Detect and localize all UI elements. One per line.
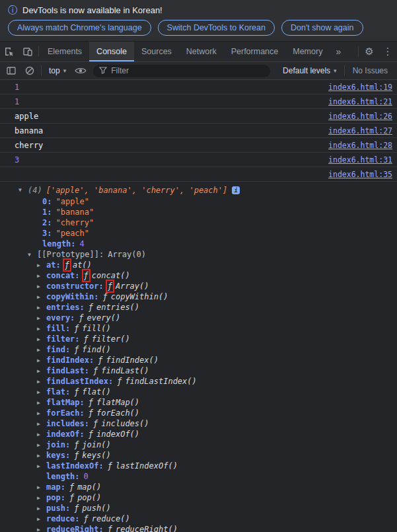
- prototype-property-row[interactable]: ▶ flatMap: ƒ flatMap(): [0, 397, 397, 408]
- log-levels-dropdown[interactable]: Default levels ▾: [278, 66, 342, 75]
- property-key: keys:: [46, 451, 70, 460]
- expand-arrow-icon[interactable]: ▶: [37, 410, 46, 416]
- expand-arrow-icon[interactable]: ▶: [37, 379, 46, 385]
- prototype-property-row[interactable]: ▶ join: ƒ join(): [0, 439, 397, 450]
- panel-tab[interactable]: Sources: [134, 42, 179, 61]
- function-symbol: ƒ: [89, 430, 93, 439]
- array-length-badge: (4): [28, 186, 42, 195]
- prototype-property-row[interactable]: ▶ find: ƒ find(): [0, 344, 397, 355]
- banner-action-button[interactable]: Switch DevTools to Korean: [158, 20, 275, 36]
- panel-tab[interactable]: Elements: [40, 42, 89, 61]
- expand-arrow-icon[interactable]: ▶: [37, 315, 46, 321]
- menu-dots-icon[interactable]: ⋮: [379, 42, 397, 61]
- expand-arrow-icon[interactable]: ▶: [37, 389, 46, 395]
- collapse-arrow-icon[interactable]: ▼: [18, 187, 28, 193]
- panel-tab[interactable]: Network: [179, 42, 224, 61]
- source-location-link[interactable]: index6.html:27: [328, 126, 392, 135]
- function-symbol: ƒ: [89, 303, 93, 312]
- prototype-property-row[interactable]: ▶ forEach: ƒ forEach(): [0, 408, 397, 418]
- property-key: copyWithin:: [46, 292, 98, 301]
- prototype-property-row[interactable]: ▶ push: ƒ push(): [0, 503, 397, 513]
- function-symbol: ƒ: [102, 292, 107, 301]
- array-preview-row[interactable]: ▼ (4) ['apple', 'banana', 'cherry', 'pea…: [0, 184, 397, 196]
- banner-action-button[interactable]: Don't show again: [281, 20, 363, 36]
- filter-input[interactable]: [111, 66, 264, 75]
- expand-arrow-icon[interactable]: ▶: [37, 273, 46, 279]
- prototype-property-row[interactable]: ▶ entries: ƒ entries(): [0, 302, 397, 313]
- prototype-property-row[interactable]: ▶ flat: ƒ flat(): [0, 387, 397, 397]
- function-symbol: ƒ: [108, 525, 112, 532]
- array-item-row: 3: "peach": [0, 228, 397, 239]
- settings-gear-icon[interactable]: ⚙: [360, 42, 379, 61]
- more-tabs-icon[interactable]: »: [330, 42, 347, 61]
- prototype-row[interactable]: ▼ [[Prototype]]: Array(0): [0, 249, 397, 260]
- prototype-property-row[interactable]: length: 0: [0, 471, 397, 482]
- prototype-property-row[interactable]: ▶ reduceRight: ƒ reduceRight(): [0, 524, 397, 532]
- source-location-link[interactable]: index6.html:21: [328, 97, 392, 106]
- panel-tab[interactable]: Performance: [224, 42, 286, 61]
- expand-arrow-icon[interactable]: ▶: [37, 284, 46, 289]
- live-expression-eye-icon[interactable]: [72, 63, 89, 78]
- expand-arrow-icon[interactable]: ▶: [37, 336, 46, 342]
- source-location-link[interactable]: index6.html:26: [328, 112, 392, 121]
- function-signature: includes(): [101, 419, 149, 428]
- expand-arrow-icon[interactable]: ▶: [37, 347, 46, 353]
- clear-console-icon[interactable]: [21, 63, 38, 78]
- expand-arrow-icon[interactable]: ▶: [37, 326, 46, 332]
- expand-arrow-icon[interactable]: ▶: [37, 527, 46, 532]
- prototype-property-row[interactable]: ▶ pop: ƒ pop(): [0, 492, 397, 503]
- prototype-property-row[interactable]: ▶ concat: ƒ concat(): [0, 270, 397, 281]
- source-location-link[interactable]: index6.html:31: [328, 155, 392, 165]
- expand-arrow-icon[interactable]: ▶: [37, 294, 46, 300]
- function-symbol: ƒ: [108, 461, 112, 471]
- expand-arrow-icon[interactable]: ▶: [37, 516, 46, 522]
- issues-counter[interactable]: No Issues: [347, 66, 393, 75]
- device-toolbar-icon[interactable]: [18, 42, 37, 61]
- expand-arrow-icon[interactable]: ▶: [37, 506, 46, 512]
- source-location-link[interactable]: index6.html:35: [328, 170, 392, 179]
- function-signature: filter(): [92, 334, 130, 344]
- prototype-property-row[interactable]: ▶ includes: ƒ includes(): [0, 418, 397, 429]
- prototype-property-row[interactable]: ▶ lastIndexOf: ƒ lastIndexOf(): [0, 461, 397, 471]
- expand-arrow-icon[interactable]: ▶: [37, 358, 46, 363]
- expand-arrow-icon[interactable]: ▶: [37, 442, 46, 448]
- banner-action-button[interactable]: Always match Chrome's language: [8, 20, 151, 36]
- prototype-property-row[interactable]: ▶ every: ƒ every(): [0, 313, 397, 323]
- expand-arrow-icon[interactable]: ▶: [37, 368, 46, 374]
- expand-arrow-icon[interactable]: ▶: [37, 421, 46, 427]
- source-location-link[interactable]: index6.html:28: [328, 141, 392, 150]
- prototype-property-row[interactable]: ▶ at: ƒ at(): [0, 260, 397, 270]
- function-symbol: ƒ: [79, 313, 83, 323]
- prototype-property-row[interactable]: ▶ constructor: ƒ Array(): [0, 281, 397, 291]
- expand-arrow-icon[interactable]: ▶: [37, 484, 46, 490]
- prototype-property-row[interactable]: ▶ indexOf: ƒ indexOf(): [0, 429, 397, 439]
- expand-arrow-icon[interactable]: ▶: [37, 463, 46, 469]
- function-symbol: ƒ: [89, 408, 93, 418]
- expand-arrow-icon[interactable]: ▶: [37, 432, 46, 437]
- source-location-link[interactable]: index6.html:19: [328, 83, 392, 92]
- inspect-element-icon[interactable]: [0, 42, 18, 61]
- expand-arrow-icon[interactable]: ▶: [37, 305, 46, 311]
- expand-arrow-icon[interactable]: ▶: [37, 262, 46, 268]
- function-symbol: ƒ: [93, 419, 98, 428]
- prototype-property-row[interactable]: ▶ map: ƒ map(): [0, 482, 397, 492]
- panel-tab[interactable]: Console: [89, 42, 134, 61]
- console-message-row: 3 index6.html:31: [0, 153, 397, 167]
- expand-arrow-icon[interactable]: ▶: [37, 453, 46, 459]
- prototype-property-row[interactable]: ▶ findIndex: ƒ findIndex(): [0, 355, 397, 365]
- prototype-property-row[interactable]: ▶ fill: ƒ fill(): [0, 323, 397, 334]
- panel-tab[interactable]: Memory: [285, 42, 330, 61]
- function-signature: forEach(): [96, 408, 139, 418]
- prototype-property-row[interactable]: ▶ filter: ƒ filter(): [0, 334, 397, 344]
- prototype-property-row[interactable]: ▶ findLast: ƒ findLast(): [0, 365, 397, 376]
- prototype-property-row[interactable]: ▶ keys: ƒ keys(): [0, 450, 397, 461]
- expand-arrow-icon[interactable]: ▶: [37, 495, 46, 501]
- execution-context-selector[interactable]: top ▾: [44, 66, 71, 75]
- expand-arrow-icon[interactable]: ▶: [37, 400, 46, 406]
- prototype-property-row[interactable]: ▶ reduce: ƒ reduce(): [0, 513, 397, 524]
- console-sidebar-toggle-icon[interactable]: [3, 63, 20, 78]
- collapse-arrow-icon[interactable]: ▼: [28, 252, 37, 258]
- prototype-property-row[interactable]: ▶ copyWithin: ƒ copyWithin(): [0, 291, 397, 302]
- prototype-property-row[interactable]: ▶ findLastIndex: ƒ findLastIndex(): [0, 376, 397, 387]
- value-info-icon[interactable]: i: [232, 186, 240, 194]
